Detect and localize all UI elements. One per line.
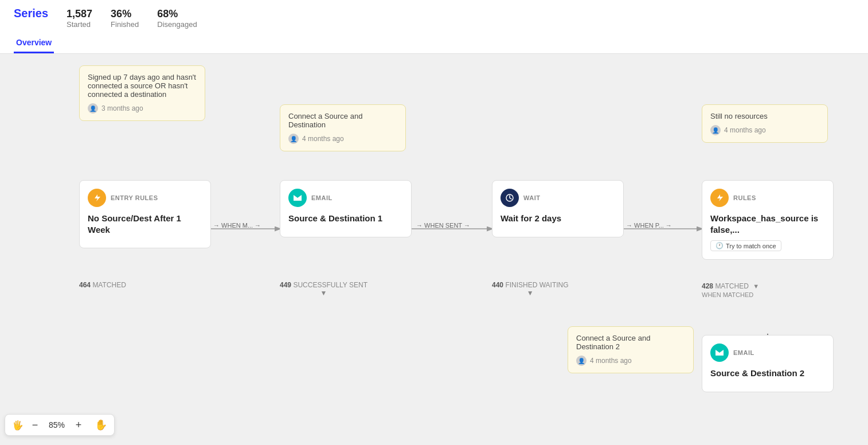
wait1-count: 440 — [492, 281, 503, 289]
header: Series 1,587 Started 36% Finished 68% Di… — [0, 0, 868, 54]
wait1-stat-label: FINISHED WAITING — [505, 281, 568, 289]
email1-stat-label: SUCCESSFULLY SENT — [293, 281, 367, 289]
wait1-stat: 440 FINISHED WAITING ▼ — [492, 281, 569, 297]
email2-type: EMAIL — [733, 349, 754, 356]
entry-stat-label: MATCHED — [92, 281, 126, 289]
tooltip-4-time: 4 months ago — [590, 357, 632, 365]
email1-type: EMAIL — [311, 194, 333, 201]
rules1-stat: 428 MATCHED ▼ WHEN MATCHED — [702, 282, 759, 298]
stat-started-label: Started — [67, 20, 92, 29]
email1-count: 449 — [280, 281, 291, 289]
node-wait1[interactable]: WAIT Wait for 2 days — [492, 180, 624, 237]
tooltip-3-meta: 👤 4 months ago — [710, 125, 819, 135]
stat-finished-label: Finished — [111, 20, 139, 29]
tab-overview[interactable]: Overview — [14, 33, 54, 53]
avatar-icon-1: 👤 — [88, 103, 98, 114]
stat-finished-value: 36% — [111, 8, 139, 20]
tooltip-4: Connect a Source and Destination 2 👤 4 m… — [568, 326, 694, 373]
node-entry-header: ENTRY RULES — [88, 189, 202, 207]
avatar-icon-3: 👤 — [710, 125, 721, 135]
rules1-type: RULES — [733, 194, 756, 201]
stat-finished: 36% Finished — [111, 8, 139, 29]
hand-icon[interactable]: ✋ — [95, 419, 107, 431]
bottom-bar: 🖐 − 85% + ✋ — [5, 414, 115, 432]
email1-icon — [288, 189, 307, 207]
rules1-title: Workspace_has_source is false,... — [710, 213, 825, 235]
node-email2-header: EMAIL — [710, 343, 825, 362]
tooltip-1-text: Signed up 7 days ago and hasn't connecte… — [88, 73, 197, 99]
canvas[interactable]: → WHEN M... → → WHEN SENT → → WHEN P... … — [0, 54, 868, 432]
stat-disengaged: 68% Disengaged — [157, 8, 197, 29]
node-email1-header: EMAIL — [288, 189, 403, 207]
wait1-title: Wait for 2 days — [501, 213, 615, 224]
node-email2[interactable]: EMAIL Source & Destination 2 — [702, 335, 834, 392]
tooltip-1: Signed up 7 days ago and hasn't connecte… — [79, 65, 205, 121]
entry-stat: 464 MATCHED — [79, 281, 126, 289]
tooltip-1-meta: 👤 3 months ago — [88, 103, 197, 114]
tooltip-2-text: Connect a Source and Destination — [288, 112, 397, 129]
stat-started-value: 1,587 — [67, 8, 92, 20]
header-nav: Overview — [14, 33, 854, 53]
entry-icon — [88, 189, 106, 207]
zoom-in-button[interactable]: + — [72, 418, 85, 432]
tooltip-3-text: Still no resources — [710, 112, 819, 120]
tooltip-4-text: Connect a Source and Destination 2 — [576, 334, 685, 351]
tooltip-2-time: 4 months ago — [302, 135, 344, 143]
wait1-type: WAIT — [523, 194, 541, 201]
tooltip-3: Still no resources 👤 4 months ago — [702, 104, 828, 143]
zoom-level: 85% — [46, 420, 67, 430]
node-wait1-header: WAIT — [501, 189, 615, 207]
connector-label-2: → WHEN SENT → — [416, 222, 470, 229]
stat-disengaged-label: Disengaged — [157, 20, 197, 29]
email1-stat: 449 SUCCESSFULLY SENT ▼ — [280, 281, 367, 297]
tooltip-2-meta: 👤 4 months ago — [288, 134, 397, 144]
email2-title: Source & Destination 2 — [710, 368, 825, 379]
rules1-badge-text: Try to match once — [726, 243, 776, 249]
entry-type: ENTRY RULES — [111, 194, 158, 201]
when-matched-label: WHEN MATCHED — [702, 291, 759, 298]
node-rules1-header: RULES — [710, 189, 825, 207]
rules1-stat-label: MATCHED — [715, 282, 748, 290]
connector-wait-rules: → WHEN P... → — [626, 222, 672, 229]
stat-started: 1,587 Started — [67, 8, 92, 29]
entry-title: No Source/Dest After 1 Week — [88, 213, 202, 235]
email2-icon — [710, 343, 729, 362]
node-email1[interactable]: EMAIL Source & Destination 1 — [280, 180, 412, 237]
wait1-icon — [501, 189, 519, 207]
tooltip-2: Connect a Source and Destination 👤 4 mon… — [280, 104, 406, 151]
connector-label-3: → WHEN P... → — [626, 222, 672, 229]
rules1-count: 428 — [702, 282, 713, 290]
series-title[interactable]: Series — [14, 7, 48, 20]
connector-label-1: → WHEN M... → — [213, 222, 261, 229]
stat-disengaged-value: 68% — [157, 8, 197, 20]
zoom-out-button[interactable]: − — [28, 418, 42, 432]
tooltip-4-meta: 👤 4 months ago — [576, 356, 685, 366]
tooltip-3-time: 4 months ago — [724, 126, 766, 134]
node-entry[interactable]: ENTRY RULES No Source/Dest After 1 Week — [79, 180, 211, 248]
rules1-badge: 🕐 Try to match once — [710, 240, 781, 251]
avatar-icon-4: 👤 — [576, 356, 587, 366]
email1-title: Source & Destination 1 — [288, 213, 403, 224]
connector-email-wait: → WHEN SENT → — [416, 222, 470, 229]
cursor-icon[interactable]: 🖐 — [12, 420, 24, 431]
node-rules1[interactable]: RULES Workspace_has_source is false,... … — [702, 180, 834, 260]
tooltip-1-time: 3 months ago — [101, 104, 143, 112]
entry-count: 464 — [79, 281, 91, 289]
rules1-icon — [710, 189, 729, 207]
avatar-icon-2: 👤 — [288, 134, 299, 144]
header-top: Series 1,587 Started 36% Finished 68% Di… — [14, 7, 854, 33]
connector-entry-email: → WHEN M... → — [213, 222, 261, 229]
